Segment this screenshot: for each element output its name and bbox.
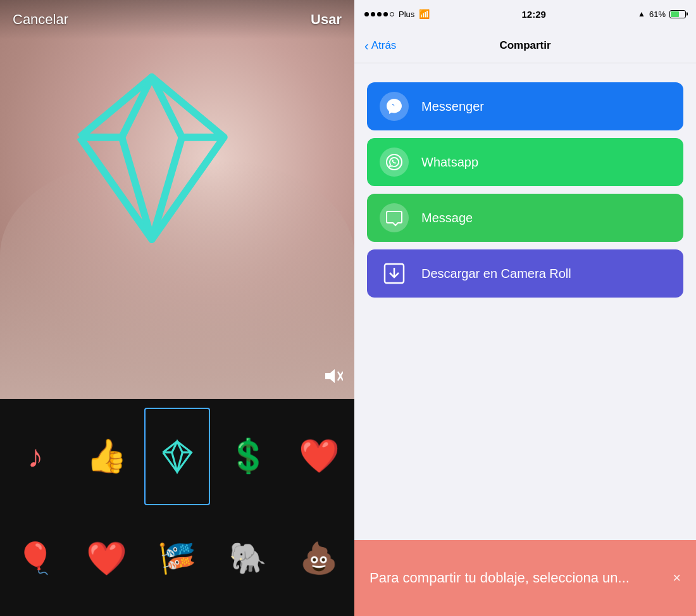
signal-dot-3 [377, 12, 382, 16]
download-icon [380, 259, 409, 288]
camera-view: Cancelar Usar [0, 0, 354, 399]
sticker-music-note[interactable]: ♪ [0, 405, 71, 508]
message-button[interactable]: Message [367, 194, 683, 242]
svg-marker-2 [325, 369, 335, 383]
messenger-label: Messenger [421, 98, 484, 115]
cancel-button[interactable]: Cancelar [13, 11, 68, 28]
battery-percentage: 61% [649, 9, 666, 19]
bottom-toast: Para compartir tu doblaje, selecciona un… [354, 540, 696, 616]
toast-text: Para compartir tu doblaje, selecciona un… [370, 569, 662, 588]
status-right: ▲ 61% [638, 9, 686, 19]
sticker-flags[interactable]: 🎏 [142, 508, 213, 610]
sticker-thumbs-up[interactable]: 👍 [71, 405, 142, 508]
camera-roll-button[interactable]: Descargar en Camera Roll [367, 249, 683, 298]
sticker-poop[interactable]: 💩 [283, 508, 354, 610]
sticker-diamond[interactable] [142, 405, 213, 508]
sticker-balloons[interactable]: 🎈 [0, 508, 71, 610]
signal-dot-2 [371, 12, 375, 16]
toast-close-button[interactable]: × [673, 570, 681, 586]
messenger-button[interactable]: Messenger [367, 82, 683, 130]
sticker-elephant[interactable]: 🐘 [213, 508, 283, 610]
message-label: Message [421, 210, 473, 226]
share-content: Messenger Whatsapp Message [354, 63, 696, 311]
whatsapp-label: Whatsapp [421, 154, 478, 170]
carrier-label: Plus [399, 9, 414, 19]
messenger-icon [380, 92, 409, 121]
back-label[interactable]: Atrás [371, 39, 397, 52]
message-icon [380, 203, 409, 232]
location-icon: ▲ [638, 9, 645, 18]
diamond-overlay [32, 63, 272, 253]
sticker-tray: ♪ 👍 💲 ❤️ 🎈 ❤️ 🎏 🐘 [0, 399, 354, 616]
back-button[interactable]: ‹ Atrás [364, 39, 396, 52]
sticker-dollar[interactable]: 💲 [213, 405, 283, 508]
back-chevron-icon: ‹ [364, 39, 369, 52]
nav-title: Compartir [499, 39, 550, 52]
svg-point-5 [387, 154, 402, 170]
status-bar: Plus 📶 12:29 ▲ 61% [354, 0, 696, 28]
mute-icon[interactable] [325, 368, 343, 387]
signal-dot-4 [383, 12, 388, 16]
battery-fill [671, 11, 679, 17]
signal-dot-1 [364, 12, 369, 16]
sticker-heart-red[interactable]: ❤️ [283, 405, 354, 508]
nav-bar: ‹ Atrás Compartir [354, 28, 696, 63]
camera-roll-label: Descargar en Camera Roll [421, 265, 571, 282]
status-left: Plus 📶 [364, 9, 430, 19]
use-button[interactable]: Usar [311, 11, 342, 28]
sticker-heart2[interactable]: ❤️ [71, 508, 142, 610]
left-panel: Cancelar Usar ♪ 👍 💲 [0, 0, 354, 616]
top-bar: Cancelar Usar [0, 0, 354, 39]
signal-dot-5 [390, 12, 394, 16]
battery-icon [669, 10, 686, 18]
status-time: 12:29 [522, 9, 546, 20]
wifi-icon: 📶 [419, 9, 430, 19]
right-panel: Plus 📶 12:29 ▲ 61% ‹ Atrás Compartir [354, 0, 696, 616]
spacer [354, 311, 696, 541]
whatsapp-button[interactable]: Whatsapp [367, 138, 683, 186]
whatsapp-icon [380, 148, 409, 177]
